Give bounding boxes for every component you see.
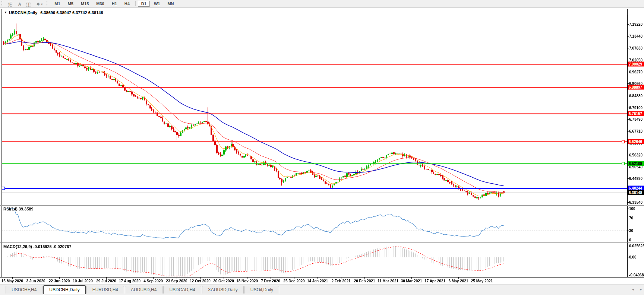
date-axis-label: 2 Feb 2021 bbox=[331, 279, 350, 283]
timeframe-button-m5[interactable]: M5 bbox=[64, 1, 77, 7]
price-axis-tick: 6.96270 bbox=[629, 70, 643, 74]
toolbar-grip[interactable] bbox=[1, 1, 3, 6]
date-axis-label: 20 Feb 2021 bbox=[354, 279, 375, 283]
date-axis-label: 17 Aug 2020 bbox=[119, 279, 141, 283]
chart-tab-audusd[interactable]: AUDUSD,H4 bbox=[125, 286, 162, 294]
price-axis-tick: 6.84880 bbox=[629, 93, 643, 98]
level-price-chip[interactable]: 6.62646 bbox=[628, 139, 644, 144]
chart-tab-bar: USDCHF,H4USDCNH,DailyEURUSD,H4AUDUSD,H4U… bbox=[0, 285, 644, 295]
price-axis-tick: 6.33540 bbox=[629, 200, 643, 204]
chart-canvas[interactable] bbox=[0, 0, 644, 295]
macd-name: MACD(12,26,9) bbox=[3, 244, 32, 249]
rsi-axis-tick: 100 bbox=[629, 207, 635, 211]
chart-tab-usoil[interactable]: USOil,Daily bbox=[244, 286, 279, 294]
shapes-tool-icon[interactable]: ❖▾ bbox=[36, 2, 42, 7]
price-axis-tick: 6.56320 bbox=[629, 153, 643, 157]
rsi-axis-tick: 30 bbox=[629, 228, 633, 232]
text-box-icon: T bbox=[26, 2, 31, 7]
chart-ohlc-values: 6.38690 6.38947 6.37742 6.38148 bbox=[40, 10, 103, 15]
timeframe-button-m15[interactable]: M15 bbox=[78, 1, 92, 7]
text-label-icon: A bbox=[18, 2, 21, 6]
price-axis-tick: 6.67710 bbox=[629, 129, 643, 133]
rsi-axis-tick: 0 bbox=[629, 238, 631, 242]
drawing-tools-group: FAT❖▾ bbox=[6, 0, 45, 7]
date-axis-label: 30 Oct 2020 bbox=[213, 279, 234, 283]
chart-tab-usdcnh[interactable]: USDCNH,Daily bbox=[43, 285, 85, 294]
date-axis-label: 11 Mar 2021 bbox=[378, 279, 398, 283]
timeframe-button-m1[interactable]: M1 bbox=[51, 1, 63, 7]
price-axis-tick: 7.19220 bbox=[629, 22, 643, 26]
timeframe-button-mn[interactable]: MN bbox=[164, 1, 177, 7]
chart-tab-xauusd[interactable]: XAUUSD,Daily bbox=[202, 286, 244, 294]
price-axis-tick: 7.07830 bbox=[629, 46, 643, 50]
chart-collapse-icon[interactable]: ▼ bbox=[4, 11, 7, 14]
rsi-value: 39.3589 bbox=[19, 207, 34, 211]
level-price-chip[interactable]: 6.88897 bbox=[628, 85, 644, 90]
macd-axis-tick: 0.025623 bbox=[629, 244, 644, 248]
timeframe-button-h1[interactable]: H1 bbox=[108, 1, 120, 7]
chart-tab-usdcad[interactable]: USDCAD,H4 bbox=[163, 286, 201, 294]
level-price-chip[interactable]: 6.76157 bbox=[628, 111, 644, 116]
date-axis-label: 12 Oct 2020 bbox=[190, 279, 211, 283]
timeframe-button-m30[interactable]: M30 bbox=[93, 1, 107, 7]
timeframe-button-w1[interactable]: W1 bbox=[151, 1, 164, 7]
toolbar-grip[interactable] bbox=[47, 1, 48, 6]
fibonacci-tool-icon: F bbox=[8, 2, 13, 7]
current-price-chip: 6.38148 bbox=[628, 190, 644, 195]
price-axis-tick: 6.79100 bbox=[629, 105, 643, 110]
level-price-chip[interactable]: 7.00029 bbox=[628, 62, 644, 67]
fibonacci-tool-icon[interactable]: F bbox=[8, 2, 13, 7]
date-axis-label: 17 Apr 2021 bbox=[424, 279, 445, 283]
timeframe-button-d1[interactable]: D1 bbox=[138, 1, 150, 7]
macd-signal-value: -0.020767 bbox=[53, 244, 72, 249]
price-axis-tick: 6.73490 bbox=[629, 117, 643, 121]
rsi-name: RSI(14) bbox=[3, 207, 18, 211]
rsi-indicator-label: RSI(14) 39.3589 bbox=[3, 207, 34, 211]
date-axis-label: 3 Jun 2020 bbox=[26, 279, 45, 283]
tab-scroll-nav: ◂ ▸ bbox=[632, 287, 642, 291]
date-axis-label: 15 May 2020 bbox=[1, 279, 23, 283]
date-axis-label: 10 Jul 2020 bbox=[73, 279, 92, 283]
macd-value: -0.015925 bbox=[33, 244, 52, 249]
level-price-chip[interactable]: 6.52108 bbox=[628, 161, 644, 166]
dropdown-caret-icon: ▾ bbox=[41, 3, 42, 6]
chart-symbol-period: USDCNH,Daily bbox=[9, 10, 37, 15]
timeframe-button-h4[interactable]: H4 bbox=[121, 1, 133, 7]
macd-axis-tick: -0.040687 bbox=[629, 273, 644, 277]
date-axis-label: 4 Sep 2020 bbox=[143, 279, 163, 283]
date-axis-label: 14 Jan 2021 bbox=[307, 279, 328, 283]
tab-scroll-right-icon[interactable]: ▸ bbox=[640, 287, 642, 291]
date-axis-label: 25 May 2021 bbox=[471, 279, 493, 283]
date-axis-label: 7 Dec 2020 bbox=[261, 279, 280, 283]
date-axis-label: 30 Mar 2021 bbox=[401, 279, 422, 283]
chart-tab-usdchf[interactable]: USDCHF,H4 bbox=[6, 286, 42, 294]
chart-title-bar: ▼ USDCNH,Daily 6.38690 6.38947 6.37742 6… bbox=[1, 10, 627, 15]
text-label-icon[interactable]: A bbox=[18, 2, 21, 6]
trading-app-window: { "toolbar": { "tools": [ {"name": "fibo… bbox=[0, 0, 644, 295]
date-axis-label: 18 Nov 2020 bbox=[236, 279, 258, 283]
date-axis-label: 6 May 2021 bbox=[449, 279, 468, 283]
rsi-axis-tick: 70 bbox=[629, 216, 633, 220]
macd-axis-tick: 0.00 bbox=[629, 255, 636, 259]
text-box-icon[interactable]: T bbox=[26, 2, 31, 7]
price-axis-tick: 6.44930 bbox=[629, 177, 643, 181]
timeframe-buttons-group: M1M5M15M30H1H4D1W1MN bbox=[51, 1, 177, 7]
chart-tab-eurusd[interactable]: EURUSD,H4 bbox=[86, 286, 124, 294]
date-axis-label: 23 Sep 2020 bbox=[166, 279, 187, 283]
price-axis-tick: 7.13440 bbox=[629, 34, 643, 38]
toolbar-separator bbox=[135, 1, 136, 6]
tab-scroll-left-icon[interactable]: ◂ bbox=[632, 287, 634, 291]
date-axis-label: 29 Jul 2020 bbox=[96, 279, 116, 283]
toolbar: FAT❖▾ M1M5M15M30H1H4D1W1MN bbox=[0, 0, 644, 8]
date-axis-label: 25 Dec 2020 bbox=[283, 279, 304, 283]
date-axis-label: 22 Jun 2020 bbox=[49, 279, 70, 283]
shapes-tool-icon: ❖ bbox=[36, 2, 40, 7]
macd-indicator-label: MACD(12,26,9) -0.015925 -0.020767 bbox=[3, 244, 71, 249]
